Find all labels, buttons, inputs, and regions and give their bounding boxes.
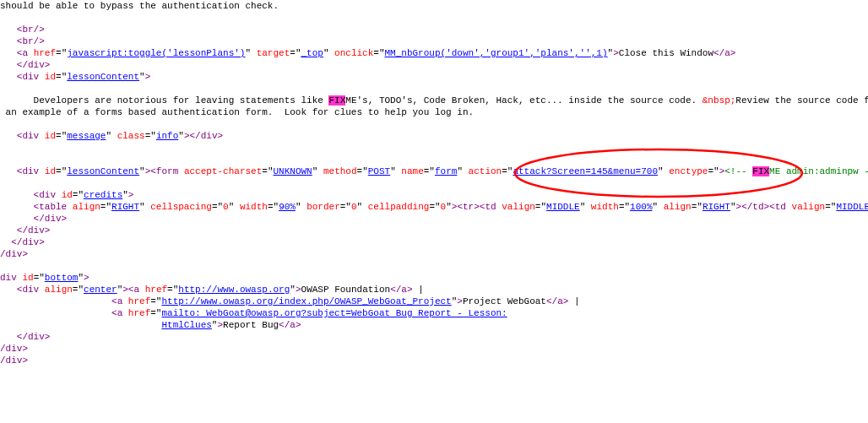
div-id: lessonContent bbox=[67, 72, 139, 82]
link-text: Project WebGoat bbox=[463, 296, 546, 306]
code-line: /div> bbox=[0, 248, 868, 260]
attr: 90% bbox=[279, 202, 296, 212]
div-id: credits bbox=[84, 190, 122, 200]
text: Review the source code for any comments … bbox=[735, 95, 868, 106]
highlight-fix: FIX bbox=[752, 166, 769, 176]
attr: POST bbox=[368, 166, 390, 176]
div-id: message bbox=[67, 131, 106, 141]
code-line: <a href="http://www.owasp.org/index.php/… bbox=[0, 296, 868, 307]
link-href[interactable]: http://www.owasp.org bbox=[178, 285, 290, 295]
text: an example of a forms based authenticati… bbox=[0, 107, 474, 117]
attr: 0 bbox=[351, 202, 357, 212]
entity: &nbsp; bbox=[703, 95, 736, 106]
attr: MIDDLE bbox=[836, 202, 868, 212]
link-onclick: MM_nbGroup('down','group1','plans','',1) bbox=[385, 48, 608, 58]
code-line: <a href="javascript:toggle('lessonPlans'… bbox=[0, 47, 868, 59]
comment-text: ME admin:adminpw -- bbox=[769, 166, 868, 176]
code-text-line: an example of a forms based authenticati… bbox=[0, 106, 868, 118]
link-target: _top bbox=[301, 48, 323, 58]
attr: MIDDLE bbox=[546, 202, 580, 212]
highlight-fix: FIX bbox=[328, 95, 345, 106]
code-line: <br/> bbox=[0, 35, 868, 47]
link-href[interactable]: http://www.owasp.org/index.php/OWASP_Web… bbox=[161, 296, 451, 306]
link-href-cont: HtmlClues bbox=[161, 320, 211, 330]
intro-text: should be able to bypass the authenticat… bbox=[0, 1, 279, 11]
code-line: <br/> bbox=[0, 24, 868, 35]
text: ME's, TODO's, Code Broken, Hack, etc... … bbox=[345, 95, 702, 106]
div-id: lessonContent bbox=[67, 166, 139, 176]
code-line: </div> bbox=[0, 213, 868, 225]
link-href[interactable]: javascript:toggle('lessonPlans') bbox=[67, 48, 245, 58]
attr: 0 bbox=[223, 202, 229, 212]
code-line: </div> bbox=[0, 331, 868, 343]
comment-open: <!-- bbox=[724, 166, 752, 176]
code-line: <div id="message" class="info"></div> bbox=[0, 130, 868, 142]
code-line: <a href="mailto: WebGoat@owasp.org?subje… bbox=[0, 307, 868, 319]
attr: form bbox=[435, 166, 457, 176]
code-line: <div align="center"><a href="http://www.… bbox=[0, 284, 868, 296]
code-line: <div id="lessonContent"><form accept-cha… bbox=[0, 165, 868, 177]
code-line: /div> bbox=[0, 355, 868, 366]
code-line: <div id="lessonContent"> bbox=[0, 71, 868, 83]
attr: RIGHT bbox=[111, 202, 139, 212]
code-line: </div> bbox=[0, 236, 868, 248]
code-line: div id="bottom"> bbox=[0, 272, 868, 284]
div-class: info bbox=[156, 131, 178, 141]
code-line: <table align="RIGHT" cellspacing="0" wid… bbox=[0, 201, 868, 213]
div-id: bottom bbox=[45, 273, 79, 283]
separator: | bbox=[568, 296, 585, 306]
code-line: <div id="credits"> bbox=[0, 189, 868, 201]
link-text: Report Bug bbox=[223, 320, 279, 330]
link-text: Close this Window bbox=[619, 48, 713, 58]
text: Developers are notorious for leaving sta… bbox=[34, 95, 329, 106]
attr: RIGHT bbox=[703, 202, 730, 212]
code-line: /div> bbox=[0, 343, 868, 355]
code-line: </div> bbox=[0, 225, 868, 236]
link-text: OWASP Foundation bbox=[301, 285, 391, 295]
form-action[interactable]: attack?Screen=145&menu=700 bbox=[513, 166, 658, 176]
code-line: </div> bbox=[0, 59, 868, 71]
separator: | bbox=[413, 285, 430, 295]
attr: UNKNOWN bbox=[274, 166, 312, 176]
code-line: HtmlClues">Report Bug</a> bbox=[0, 319, 868, 331]
code-text-line: Developers are notorious for leaving sta… bbox=[0, 95, 868, 106]
attr: 100% bbox=[630, 202, 652, 212]
attr: 0 bbox=[441, 202, 447, 212]
link-href[interactable]: mailto: WebGoat@owasp.org?subject=WebGoa… bbox=[161, 308, 507, 318]
attr: center bbox=[84, 285, 117, 295]
text-line: should be able to bypass the authenticat… bbox=[0, 0, 868, 12]
